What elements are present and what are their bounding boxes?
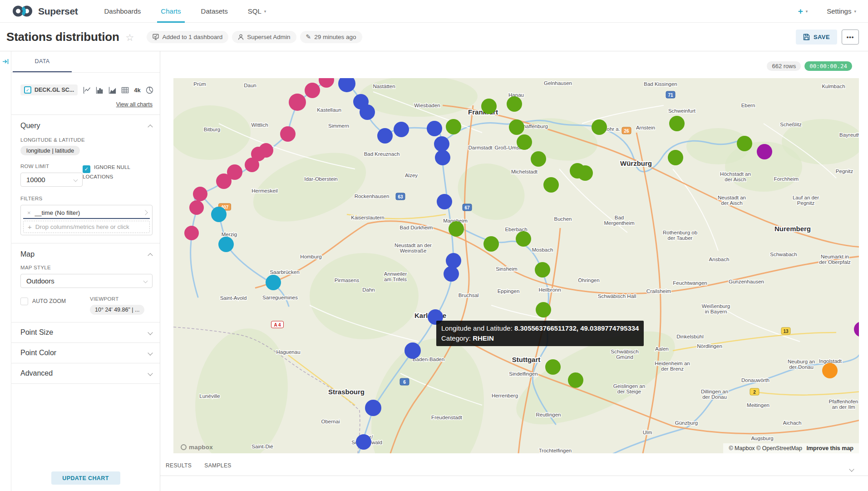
svg-text:Stuttgart: Stuttgart [512, 356, 541, 363]
mapbox-attribution-link[interactable]: © Mapbox [729, 445, 755, 451]
nav-dashboards[interactable]: Dashboards [94, 0, 151, 22]
chevron-up-icon [148, 253, 153, 258]
scatter-point-green [535, 262, 550, 278]
auto-zoom-checkbox[interactable] [20, 298, 28, 305]
dashboard-icon [153, 34, 159, 40]
map-style-select[interactable]: Outdoors [20, 274, 153, 288]
advanced-section[interactable]: Advanced [11, 363, 160, 383]
tab-data[interactable]: DATA [13, 51, 72, 72]
scatter-point-green [592, 119, 607, 135]
svg-text:Gelnhausen: Gelnhausen [544, 80, 572, 86]
svg-text:Bruchsal: Bruchsal [459, 293, 479, 298]
update-chart-button[interactable]: UPDATE CHART [51, 471, 120, 485]
chevron-right-icon [143, 210, 148, 215]
tab-results[interactable]: RESULTS [166, 462, 192, 476]
new-item-button[interactable]: + ▾ [798, 7, 808, 15]
brand-wordmark: Superset [38, 6, 78, 17]
scatter-point-green [536, 302, 551, 317]
settings-menu[interactable]: Settings ▾ [827, 7, 856, 15]
svg-text:Augsburg: Augsburg [751, 436, 773, 441]
svg-text:Saint-Dié: Saint-Dié [252, 444, 273, 449]
view-all-charts-link[interactable]: View all charts [116, 101, 153, 108]
svg-text:Neustadt ander Aisch: Neustadt ander Aisch [718, 195, 746, 206]
svg-text:Freudenstadt: Freudenstadt [431, 415, 463, 420]
deckgl-scatter-map[interactable]: PrümDaunNastättenGelnhausenBad Kissingen… [173, 78, 859, 453]
svg-text:Merzig: Merzig [222, 232, 237, 237]
query-timer-badge: 00:00:00.24 [804, 61, 852, 71]
improve-map-link[interactable]: Improve this map [807, 445, 854, 451]
viz-type-chip[interactable]: ✓ DECK.GL SC... [20, 84, 78, 95]
svg-text:Forchheim: Forchheim [774, 176, 799, 182]
viz-selected-checkbox: ✓ [24, 86, 31, 94]
svg-text:26: 26 [624, 129, 629, 134]
close-icon[interactable]: × [23, 209, 35, 216]
scatter-point-blue [428, 309, 443, 325]
row-limit-select[interactable]: 10000 [20, 173, 83, 187]
mapbox-logo[interactable]: mapbox [181, 444, 213, 451]
row-limit-label: ROW LIMIT [20, 164, 83, 169]
scatter-point-green [446, 119, 461, 134]
superset-brand[interactable]: Superset [11, 5, 78, 17]
scatter-point-pink [305, 83, 320, 98]
nav-charts[interactable]: Charts [151, 0, 191, 22]
ignore-null-checkbox[interactable]: ✓ [83, 165, 90, 173]
filter-drop-zone[interactable]: + Drop columns/metrics here or click [23, 221, 150, 233]
svg-text:13: 13 [783, 329, 789, 334]
svg-text:Aichach: Aichach [783, 420, 802, 426]
scatter-point-pink [184, 226, 199, 240]
chevron-down-icon: ▾ [264, 9, 266, 14]
road-shield: 2 [750, 388, 759, 395]
owner-badge: Superset Admin [232, 31, 296, 43]
scatter-point-pink [280, 126, 296, 142]
pie-chart-icon[interactable] [146, 86, 153, 94]
svg-text:Heilbronn: Heilbronn [538, 287, 561, 293]
area-chart-icon[interactable] [108, 86, 116, 94]
svg-text:Bad Kissingen: Bad Kissingen [644, 81, 677, 87]
viz-shortcuts: 4k [83, 86, 153, 94]
dashboard-count-badge[interactable]: Added to 1 dashboard [147, 31, 228, 43]
more-options-button[interactable]: ••• [842, 30, 859, 45]
scatter-point-blue [404, 342, 421, 359]
save-button[interactable]: SAVE [796, 30, 837, 45]
tab-samples[interactable]: SAMPLES [204, 462, 232, 476]
data-panel-tabs: RESULTS SAMPLES [160, 462, 868, 476]
osm-attribution-link[interactable]: © OpenStreetMap [756, 445, 802, 451]
query-section-header[interactable]: Query [11, 115, 160, 134]
svg-text:Lunéville: Lunéville [199, 393, 220, 399]
svg-text:Rothenburg obder Tauber: Rothenburg obder Tauber [663, 230, 697, 241]
favorite-star-icon[interactable]: ☆ [126, 32, 134, 43]
data-panel-collapse-button[interactable] [850, 465, 853, 473]
svg-text:Nastätten: Nastätten [373, 84, 395, 89]
scatter-point-blue [437, 194, 452, 209]
svg-text:Michelstadt: Michelstadt [511, 169, 538, 174]
svg-text:Wiesbaden: Wiesbaden [414, 103, 440, 108]
scatter-point-blue [434, 136, 449, 152]
road-shield: 13 [781, 327, 790, 334]
expand-right-icon[interactable] [2, 58, 9, 65]
svg-text:Pegnitz: Pegnitz [836, 169, 853, 174]
svg-text:Aalen: Aalen [655, 346, 668, 352]
nav-sql[interactable]: SQL▾ [238, 0, 276, 22]
point-size-section[interactable]: Point Size [11, 322, 160, 342]
nav-datasets[interactable]: Datasets [191, 0, 238, 22]
scatter-point-green [568, 372, 583, 388]
filter-chip-time[interactable]: × __time (No filter) [23, 207, 150, 219]
lonlat-chip[interactable]: longitude | latitude [20, 146, 80, 155]
svg-text:Feuchtwangen: Feuchtwangen [673, 280, 707, 286]
map-section-header[interactable]: Map [11, 243, 160, 263]
svg-text:Kaiserslautern: Kaiserslautern [351, 215, 385, 220]
svg-text:Mosbach: Mosbach [532, 247, 553, 253]
filters-label: FILTERS [20, 196, 153, 201]
top-navbar: Superset Dashboards Charts Datasets SQL▾… [0, 0, 868, 23]
map-style-label: MAP STYLE [20, 265, 153, 270]
table-icon[interactable] [121, 86, 129, 94]
svg-text:Crailsheim: Crailsheim [646, 288, 671, 294]
line-chart-icon[interactable] [83, 86, 91, 94]
viewport-chip[interactable]: 10° 24' 49.86" | ... [90, 305, 144, 315]
scatter-point-blue [365, 400, 381, 416]
svg-text:Annweileram Trifels: Annweileram Trifels [384, 271, 407, 282]
page-title: Stations distribution [6, 30, 119, 44]
bar-chart-icon[interactable] [96, 86, 104, 94]
point-color-section[interactable]: Point Color [11, 343, 160, 363]
viz-4k-shortcut[interactable]: 4k [134, 87, 140, 94]
